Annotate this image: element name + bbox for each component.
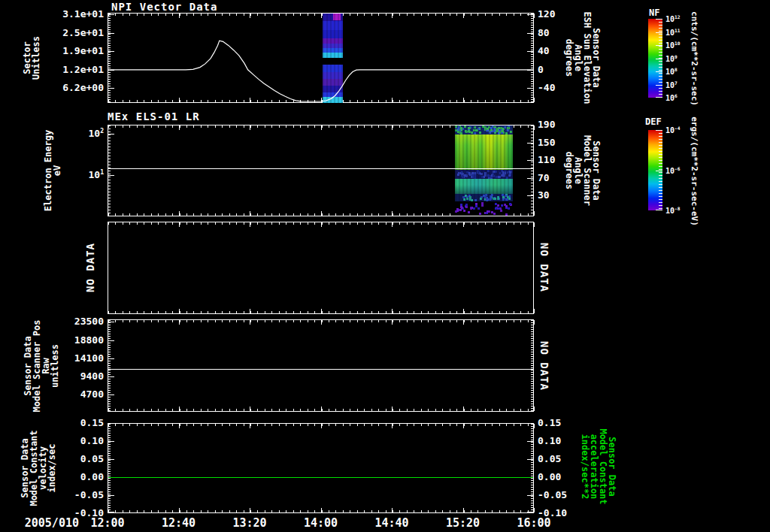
panel2-title: MEx ELS-01 LR: [108, 110, 200, 122]
y-tick-label-left: 2.5e+01: [50, 27, 104, 38]
colorbar-nf-tick-label: 1012: [665, 14, 697, 23]
y-tick-label-left: 6.2e+00: [50, 82, 104, 93]
y-major-tick-left: [108, 394, 114, 395]
x-major-tick: [392, 320, 393, 325]
x-major-tick: [392, 407, 393, 411]
x-major-tick: [392, 98, 393, 102]
y-major-tick-left: [108, 459, 114, 460]
velocity-data-line: [108, 477, 533, 478]
x-major-tick: [179, 98, 180, 102]
y-axis-label-left: Sensor DataModel Scanner PosRawunitless: [23, 320, 59, 413]
y-major-tick-left: [108, 340, 114, 341]
x-major-tick: [179, 508, 180, 512]
panel-5-y-minor-ticks-right: [531, 424, 533, 512]
x-major-tick: [321, 309, 322, 313]
x-major-tick: [250, 98, 250, 102]
y-major-tick-right: [527, 160, 533, 161]
x-major-tick: [321, 211, 322, 216]
els-spectrogram-texture: [455, 125, 513, 216]
panel-1-frame: [108, 13, 534, 103]
colorbar-nf-tick-label: 108: [665, 67, 697, 76]
x-major-tick: [179, 125, 180, 130]
x-major-tick: [321, 98, 322, 102]
x-major-tick: [463, 508, 464, 512]
y-major-tick-right: [527, 125, 533, 125]
colorbar-def-tick-label: 10-4: [665, 125, 697, 135]
x-major-tick: [179, 309, 180, 313]
y-tick-label-left: 0.00: [50, 471, 104, 482]
y-major-tick-right: [527, 423, 533, 424]
x-major-tick: [534, 407, 535, 411]
x-major-tick: [534, 211, 535, 216]
x-tick-label: 12:00: [81, 516, 134, 530]
y-axis-label-right: Sensor DataModel Constantaccelerationind…: [581, 428, 617, 504]
x-major-tick: [463, 98, 464, 102]
y-major-tick-right: [527, 143, 533, 144]
panel-4-y-minor-ticks-right: [531, 320, 533, 411]
x-major-tick: [179, 407, 180, 411]
y-tick-label-left: -0.05: [50, 489, 104, 500]
y-axis-label-left: SectorUnitless: [23, 36, 41, 80]
x-major-tick: [392, 508, 393, 512]
y-major-tick-left: [108, 376, 114, 377]
x-major-tick: [321, 508, 322, 512]
y-major-tick-right: [527, 51, 533, 52]
x-major-tick: [250, 508, 250, 512]
x-major-tick: [250, 14, 250, 18]
colorbar-nf-tick-label: 107: [665, 80, 697, 89]
x-major-tick: [321, 424, 322, 428]
y-major-tick-left: [108, 423, 114, 424]
colorbar-nf-major-tick: [656, 97, 662, 98]
panel1-title: NPI Vector Data: [111, 1, 217, 13]
y-tick-label-left: 0.15: [50, 417, 104, 428]
y-major-tick-right: [527, 88, 533, 89]
x-tick-label: 15:20: [437, 516, 490, 530]
x-major-tick: [250, 125, 250, 130]
x-major-tick: [179, 211, 180, 216]
x-major-tick: [108, 309, 108, 313]
x-major-tick: [463, 14, 464, 18]
y-major-tick-right: [527, 70, 533, 71]
y-major-tick-right: [527, 441, 533, 442]
x-major-tick: [321, 407, 322, 411]
x-major-tick: [463, 320, 464, 325]
y-tick-label-left: 1.2e+01: [50, 64, 104, 75]
x-major-tick: [179, 320, 180, 325]
x-tick-label: 13:20: [223, 516, 276, 530]
x-major-tick: [179, 424, 180, 428]
x-major-tick: [321, 125, 322, 130]
x-major-tick: [392, 424, 393, 428]
x-tick-label: 16:00: [508, 516, 560, 530]
y-major-tick-left: [108, 358, 114, 359]
y-major-tick-left: [108, 512, 114, 512]
colorbar-nf-tick-label: 106: [665, 93, 697, 102]
x-major-tick: [250, 424, 250, 428]
npi-spectrogram-texture: [323, 14, 343, 103]
y-tick-label-left: 3.1e+01: [50, 8, 104, 20]
y-major-tick-right: [527, 33, 533, 34]
x-major-tick: [392, 211, 393, 216]
y-tick-label-left: 0.10: [50, 435, 104, 446]
colorbar-def-tick-label: 10-8: [665, 206, 697, 215]
panel-1-y-minor-ticks-left: [108, 14, 111, 102]
y-major-tick-right: [527, 495, 533, 496]
no-data-label-left: NO DATA: [85, 243, 95, 292]
panel-4-y-minor-ticks-left: [108, 320, 111, 411]
y-major-tick-right: [527, 459, 533, 460]
x-major-tick: [534, 320, 535, 325]
y-major-tick-left: [108, 33, 114, 34]
colorbar-nf-major-tick: [656, 85, 662, 86]
y-axis-label-right: Sensor DataModel ScannerAngledegrees: [565, 135, 601, 206]
x-major-tick: [179, 222, 180, 227]
y-tick-label-left: 0.05: [50, 453, 104, 464]
colorbar-def-title: DEF: [645, 116, 662, 127]
x-major-tick: [534, 125, 535, 130]
colorbar-nf-title: NF: [649, 8, 659, 18]
y-major-tick-right: [527, 512, 533, 512]
x-tick-label: 12:40: [153, 516, 205, 530]
x-major-tick: [463, 424, 464, 428]
colorbar-def-major-tick: [656, 210, 662, 210]
y-major-tick-right: [527, 178, 533, 179]
y-major-tick-right: [527, 195, 533, 196]
x-tick-label: 14:00: [295, 516, 347, 530]
